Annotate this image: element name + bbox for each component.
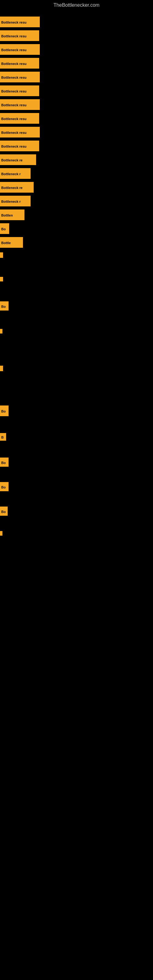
bar-item-4: Bottleneck resu (0, 58, 39, 68)
bar-label-8: Bottleneck resu (0, 113, 39, 124)
bar-label-20: Bo (0, 301, 9, 310)
bar-item-12: Bottleneck r (0, 168, 30, 179)
bar-item-26: Bo (0, 482, 9, 491)
bar-item-27: Bo (0, 506, 8, 516)
bar-label-26: Bo (0, 482, 9, 491)
bar-label-9: Bottleneck resu (0, 127, 40, 137)
bar-label-10: Bottleneck resu (0, 140, 39, 151)
bar-item-20: Bo (0, 301, 9, 310)
bar-item-1: Bottleneck resu (0, 16, 40, 27)
bar-item-18 (0, 252, 3, 258)
bar-item-28 (0, 531, 2, 536)
bar-item-13: Bottleneck re (0, 182, 33, 192)
site-title: TheBottlenecker.com (0, 0, 153, 10)
bar-item-8: Bottleneck resu (0, 113, 39, 124)
bar-item-24: B (0, 433, 6, 441)
bar-item-15: Bottlen (0, 210, 24, 220)
bar-line-19 (0, 277, 3, 282)
bar-item-7: Bottleneck resu (0, 99, 40, 110)
bar-label-24: B (0, 433, 6, 441)
bar-item-10: Bottleneck resu (0, 140, 39, 151)
bar-label-6: Bottleneck resu (0, 86, 39, 96)
bar-label-7: Bottleneck resu (0, 99, 40, 110)
bar-label-5: Bottleneck resu (0, 72, 40, 83)
bar-item-3: Bottleneck resu (0, 44, 40, 55)
bar-item-22 (0, 366, 3, 371)
bar-item-14: Bottleneck r (0, 196, 30, 207)
bar-line-22 (0, 366, 3, 371)
bar-label-27: Bo (0, 506, 8, 516)
bar-item-5: Bottleneck resu (0, 72, 40, 83)
bar-line-21 (0, 329, 2, 334)
bar-label-4: Bottleneck resu (0, 58, 39, 68)
bar-label-12: Bottleneck r (0, 168, 30, 179)
bar-item-23: Bo (0, 406, 9, 416)
bar-label-13: Bottleneck re (0, 182, 33, 192)
bar-label-25: Bo (0, 458, 9, 467)
bar-item-19 (0, 277, 3, 282)
bar-item-21 (0, 329, 2, 334)
bar-line-18 (0, 252, 3, 258)
bar-item-9: Bottleneck resu (0, 127, 40, 137)
bar-label-1: Bottleneck resu (0, 16, 40, 27)
bar-label-2: Bottleneck resu (0, 30, 39, 41)
bar-label-15: Bottlen (0, 210, 24, 220)
bar-label-3: Bottleneck resu (0, 44, 40, 55)
bar-label-11: Bottleneck re (0, 154, 36, 165)
bar-item-16: Bo (0, 223, 9, 234)
bar-item-6: Bottleneck resu (0, 86, 39, 96)
bar-item-17: Bottle (0, 237, 23, 248)
bar-item-25: Bo (0, 458, 9, 467)
bar-item-11: Bottleneck re (0, 154, 36, 165)
bar-item-2: Bottleneck resu (0, 30, 39, 41)
bar-label-17: Bottle (0, 237, 23, 248)
bar-line-28 (0, 531, 2, 536)
bar-label-16: Bo (0, 223, 9, 234)
bar-label-23: Bo (0, 406, 9, 416)
bar-label-14: Bottleneck r (0, 196, 30, 207)
